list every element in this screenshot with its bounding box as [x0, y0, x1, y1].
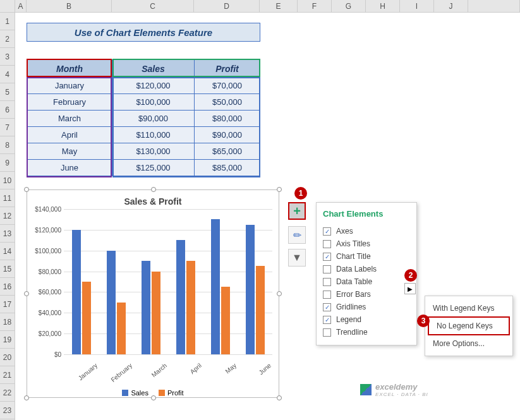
col-header[interactable]: E	[260, 0, 298, 13]
bar[interactable]	[117, 303, 126, 354]
bar[interactable]	[176, 240, 185, 354]
row-header[interactable]: 15	[0, 260, 15, 278]
bar[interactable]	[246, 225, 255, 354]
row-header[interactable]: 14	[0, 243, 15, 260]
row-header[interactable]: 6	[0, 101, 15, 119]
table-header[interactable]: Sales	[112, 60, 195, 78]
chart-element-option[interactable]: Trendline	[323, 326, 410, 339]
col-header[interactable]: H	[366, 0, 400, 13]
resize-handle[interactable]	[151, 187, 156, 192]
col-header[interactable]: F	[298, 0, 332, 13]
col-header[interactable]: A	[15, 0, 27, 13]
row-header[interactable]: 21	[0, 366, 15, 384]
col-header[interactable]: B	[27, 0, 112, 13]
row-header[interactable]: 11	[0, 189, 15, 207]
bar[interactable]	[72, 230, 81, 354]
col-header[interactable]: J	[434, 0, 468, 13]
chart-filters-button[interactable]: ▼	[288, 249, 306, 267]
table-cell[interactable]: $125,000	[112, 160, 195, 176]
resize-handle[interactable]	[277, 187, 282, 192]
resize-handle[interactable]	[24, 187, 29, 192]
chart-element-option[interactable]: ✓Gridlines	[323, 301, 410, 313]
row-header[interactable]: 17	[0, 296, 15, 313]
col-header[interactable]: G	[332, 0, 366, 13]
table-header[interactable]: Profit	[195, 60, 260, 78]
row-header[interactable]: 22	[0, 384, 15, 402]
table-header[interactable]: Month	[27, 60, 112, 78]
row-header[interactable]: 18	[0, 313, 15, 331]
table-cell[interactable]: $100,000	[112, 94, 195, 111]
row-header[interactable]: 23	[0, 402, 15, 419]
resize-handle[interactable]	[277, 291, 282, 296]
table-cell[interactable]: $120,000	[112, 78, 195, 94]
y-tick: $40,000	[39, 309, 61, 316]
row-header[interactable]: 10	[0, 172, 15, 189]
row-header[interactable]: 5	[0, 83, 15, 101]
resize-handle[interactable]	[24, 291, 29, 296]
col-header[interactable]: C	[112, 0, 194, 13]
row-header[interactable]: 7	[0, 119, 15, 136]
bar[interactable]	[221, 287, 230, 354]
table-cell[interactable]: June	[27, 160, 112, 176]
chart-element-option[interactable]: Data Labels	[323, 263, 410, 275]
row-header[interactable]: 20	[0, 349, 15, 366]
bar[interactable]	[152, 272, 160, 354]
table-cell[interactable]: $90,000	[195, 127, 260, 143]
row-header[interactable]: 19	[0, 331, 15, 349]
col-header[interactable]	[468, 0, 520, 13]
table-cell[interactable]: March	[27, 111, 112, 127]
col-header[interactable]: I	[400, 0, 434, 13]
col-header[interactable]	[0, 0, 15, 13]
table-cell[interactable]: $90,000	[112, 111, 195, 127]
bar[interactable]	[82, 282, 91, 354]
bar[interactable]	[186, 261, 195, 354]
chart-element-option[interactable]: ✓Chart Title	[323, 250, 410, 263]
resize-handle[interactable]	[277, 395, 282, 400]
table-cell[interactable]: February	[27, 94, 112, 111]
table-cell[interactable]: $130,000	[112, 143, 195, 160]
table-cell[interactable]: $70,000	[195, 78, 260, 94]
bar[interactable]	[142, 261, 150, 354]
table-cell[interactable]: $65,000	[195, 143, 260, 160]
table-cell[interactable]: May	[27, 143, 112, 160]
row-header[interactable]: 13	[0, 225, 15, 243]
row-header[interactable]: 12	[0, 207, 15, 225]
bar-group	[72, 209, 91, 354]
resize-handle[interactable]	[151, 395, 156, 400]
bar-group	[107, 209, 126, 354]
bar[interactable]	[256, 266, 265, 354]
row-header[interactable]: 8	[0, 136, 15, 154]
bar[interactable]	[107, 251, 116, 354]
row-header[interactable]: 2	[0, 30, 15, 48]
table-cell[interactable]: $50,000	[195, 94, 260, 111]
table-cell[interactable]: $110,000	[112, 127, 195, 143]
chart-element-option[interactable]: Axis Titles	[323, 237, 410, 250]
row-header[interactable]: 4	[0, 66, 15, 83]
table-cell[interactable]: $85,000	[195, 160, 260, 176]
chart-element-option[interactable]: ✓Axes	[323, 225, 410, 237]
row-header[interactable]: 16	[0, 278, 15, 296]
y-tick: $120,000	[35, 226, 61, 233]
table-cell[interactable]: $80,000	[195, 111, 260, 127]
checkbox-icon	[323, 240, 331, 248]
submenu-item[interactable]: More Options...	[425, 335, 512, 352]
checkbox-icon: ✓	[323, 316, 331, 324]
chart-styles-button[interactable]: ✏	[288, 226, 306, 244]
bar[interactable]	[211, 219, 220, 354]
resize-handle[interactable]	[24, 395, 29, 400]
chart-element-option[interactable]: Data Table	[323, 275, 410, 288]
row-header[interactable]: 3	[0, 48, 15, 66]
chart-element-option[interactable]: ✓Legend	[323, 313, 410, 326]
table-cell[interactable]: April	[27, 127, 112, 143]
chart-elements-button[interactable]: +	[288, 202, 306, 220]
row-header[interactable]: 1	[0, 13, 15, 30]
col-header[interactable]: D	[194, 0, 260, 13]
table-cell[interactable]: January	[27, 78, 112, 94]
submenu-item[interactable]: With Legend Keys	[425, 300, 512, 316]
submenu-item[interactable]: No Legend Keys	[428, 316, 510, 335]
chart-container[interactable]: Sales & Profit $0$20,000$40,000$60,000$8…	[27, 189, 279, 398]
expand-arrow-button[interactable]: ▶	[404, 283, 416, 294]
brush-icon: ✏	[293, 229, 301, 241]
row-header[interactable]: 9	[0, 154, 15, 172]
chart-element-option[interactable]: Error Bars	[323, 288, 410, 301]
